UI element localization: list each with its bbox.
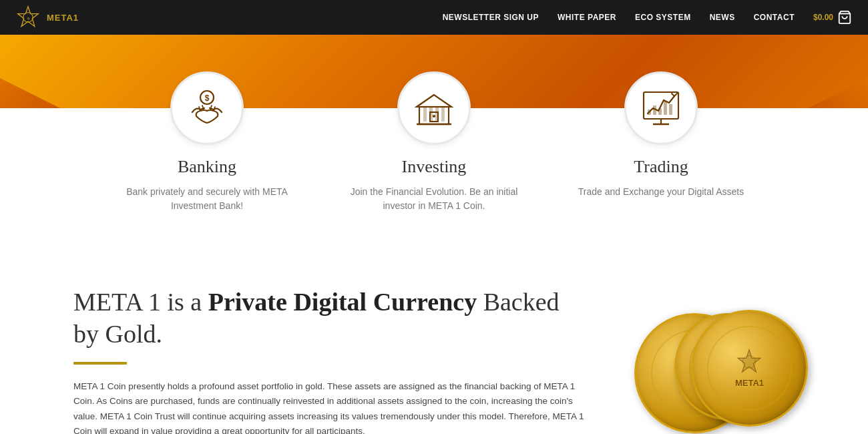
feature-card-investing: Investing Join the Financial Evolution. … [320,108,548,233]
features-section: $ Banking Bank privately and securely wi… [0,108,868,260]
about-heading-part1: META 1 is a [73,288,208,316]
svg-rect-20 [648,110,651,115]
nav-whitepaper[interactable]: WHITE PAPER [558,13,616,22]
svg-rect-15 [441,107,445,122]
coins-visual: META1 [634,286,808,433]
svg-text:✡: ✡ [27,16,30,21]
coin-inner-front: META1 [707,326,792,411]
coin-front: META1 [691,310,808,427]
coins-column: META1 [628,286,815,433]
logo-star-icon: ✡ [16,5,40,29]
header: ✡ META1 NEWSLETTER SIGN UP WHITE PAPER E… [0,0,868,35]
features-cards: $ Banking Bank privately and securely wi… [0,108,868,233]
nav-ecosystem[interactable]: ECO SYSTEM [635,13,691,22]
svg-rect-23 [664,101,667,115]
cart-price: $0.00 [813,13,833,22]
nav-news[interactable]: NEWS [710,13,735,22]
about-heading-bold: Private Digital Currency [208,288,477,316]
svg-text:$: $ [205,93,210,103]
svg-rect-12 [423,107,427,122]
cart-icon [837,10,852,25]
investing-icon-circle [397,71,471,145]
about-section: META 1 is a Private Digital Currency Bac… [0,260,868,434]
svg-rect-22 [658,108,662,115]
main-nav: NEWSLETTER SIGN UP WHITE PAPER ECO SYSTE… [443,10,852,25]
nav-contact[interactable]: CONTACT [754,13,795,22]
svg-marker-11 [417,95,451,107]
feature-card-trading: Trading Trade and Exchange your Digital … [548,108,775,233]
investing-title: Investing [402,157,467,177]
investing-icon [413,87,455,130]
feature-card-banking: $ Banking Bank privately and securely wi… [93,108,320,233]
coin-star-front [736,349,763,375]
coin-label-text: META1 [735,378,764,388]
about-divider [73,362,127,365]
svg-point-17 [433,115,435,118]
svg-rect-21 [653,105,656,115]
about-text-column: META 1 is a Private Digital Currency Bac… [73,286,588,434]
svg-line-9 [214,107,215,111]
trading-title: Trading [634,157,688,177]
cart-area[interactable]: $0.00 [813,10,852,25]
trading-icon-circle [624,71,698,145]
svg-line-6 [199,107,200,111]
about-heading: META 1 is a Private Digital Currency Bac… [73,286,588,350]
nav-newsletter[interactable]: NEWSLETTER SIGN UP [443,13,539,22]
logo-text: META1 [47,13,79,23]
banking-icon: $ [186,87,228,130]
trading-icon [640,87,682,130]
trading-desc: Trade and Exchange your Digital Assets [578,185,744,199]
svg-rect-24 [669,104,672,115]
about-body-text: META 1 Coin presently holds a profound a… [73,379,588,434]
svg-marker-30 [738,350,761,373]
banking-title: Banking [178,157,236,177]
banking-icon-circle: $ [170,71,244,145]
banking-desc: Bank privately and securely with META In… [114,185,300,213]
logo-area: ✡ META1 [16,5,79,29]
investing-desc: Join the Financial Evolution. Be an init… [341,185,527,213]
